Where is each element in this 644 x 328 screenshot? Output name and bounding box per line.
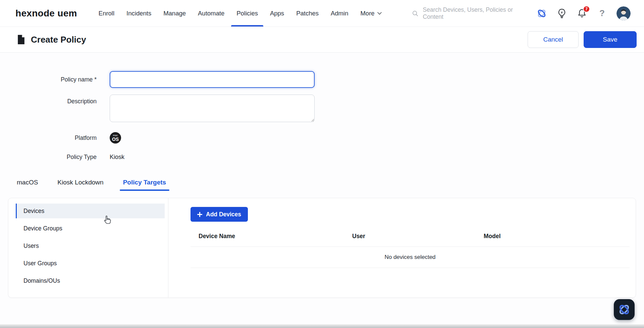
hexnode-genie-logo-icon <box>618 303 631 316</box>
targets-sidebar: Devices Device Groups Users User Groups … <box>8 198 168 297</box>
policy-document-icon <box>17 35 25 45</box>
plus-icon <box>197 212 202 217</box>
window-bottom-edge <box>0 324 644 328</box>
app-logo[interactable]: hexnode uem <box>15 8 77 19</box>
description-label: Description <box>0 95 97 123</box>
tab-kiosk-lockdown[interactable]: Kiosk Lockdown <box>57 179 103 191</box>
nav-item-patches[interactable]: Patches <box>290 0 325 26</box>
nav-item-apps[interactable]: Apps <box>264 0 290 26</box>
page-title: Create Policy <box>31 35 86 45</box>
sidebar-item-domains-ous[interactable]: Domains/OUs <box>16 273 165 288</box>
nav-item-manage[interactable]: Manage <box>157 0 192 26</box>
cancel-button[interactable]: Cancel <box>528 31 579 48</box>
hexnode-genie-icon[interactable] <box>536 8 547 19</box>
nav-item-admin[interactable]: Admin <box>325 0 354 26</box>
genie-assistant-button[interactable] <box>614 299 635 320</box>
policy-type-label: Policy Type <box>0 154 97 161</box>
empty-state-text: No devices selected <box>191 247 630 268</box>
nav-item-automate[interactable]: Automate <box>192 0 230 26</box>
sidebar-item-users[interactable]: Users <box>16 238 165 253</box>
notification-count-badge: 7 <box>583 6 590 12</box>
sidebar-item-device-groups[interactable]: Device Groups <box>16 221 165 236</box>
policy-tabs: macOS Kiosk Lockdown Policy Targets <box>17 179 644 191</box>
nav-item-more-label: More <box>360 10 374 17</box>
search-icon <box>412 10 419 17</box>
description-input[interactable] <box>110 95 315 122</box>
devices-table: Device Name User Model No devices select… <box>191 233 630 268</box>
nav-right-cluster: Search Devices, Users, Policies or Conte… <box>412 6 631 20</box>
search-placeholder: Search Devices, Users, Policies or Conte… <box>423 6 523 20</box>
devices-panel: Add Devices Device Name User Model No de… <box>168 198 636 297</box>
notifications-bell-icon[interactable]: 7 <box>576 8 588 19</box>
global-search-input[interactable]: Search Devices, Users, Policies or Conte… <box>412 6 523 20</box>
save-button[interactable]: Save <box>584 31 637 48</box>
platform-label: Platform <box>0 134 97 142</box>
help-icon[interactable]: ? <box>596 8 608 19</box>
policy-name-label: Policy name * <box>0 71 97 88</box>
policy-type-value: Kiosk <box>110 154 124 160</box>
tab-policy-targets[interactable]: Policy Targets <box>123 179 166 191</box>
add-devices-label: Add Devices <box>206 211 241 218</box>
add-devices-button[interactable]: Add Devices <box>191 207 248 222</box>
whats-new-bulb-icon[interactable] <box>556 8 568 19</box>
sidebar-item-devices[interactable]: Devices <box>16 204 165 218</box>
nav-item-policies[interactable]: Policies <box>230 0 264 26</box>
policy-targets-card: Devices Device Groups Users User Groups … <box>8 198 636 298</box>
page-header: Create Policy Cancel Save <box>0 27 644 53</box>
policy-name-input[interactable] <box>110 71 315 88</box>
column-user: User <box>352 233 484 240</box>
column-model: Model <box>484 233 630 240</box>
nav-item-enroll[interactable]: Enroll <box>93 0 120 26</box>
column-device-name: Device Name <box>199 233 352 240</box>
top-nav: hexnode uem Enroll Incidents Manage Auto… <box>0 0 644 27</box>
user-avatar[interactable] <box>616 6 631 20</box>
nav-item-more[interactable]: More <box>354 0 387 26</box>
sidebar-item-user-groups[interactable]: User Groups <box>16 256 165 271</box>
chevron-down-icon <box>377 12 382 15</box>
policy-form-area: Policy name * Description Platform mac O… <box>0 53 644 298</box>
nav-item-incidents[interactable]: Incidents <box>120 0 157 26</box>
tab-macos[interactable]: macOS <box>17 179 38 191</box>
macos-platform-icon[interactable]: mac OS <box>110 132 121 144</box>
main-menu: Enroll Incidents Manage Automate Policie… <box>93 0 388 26</box>
